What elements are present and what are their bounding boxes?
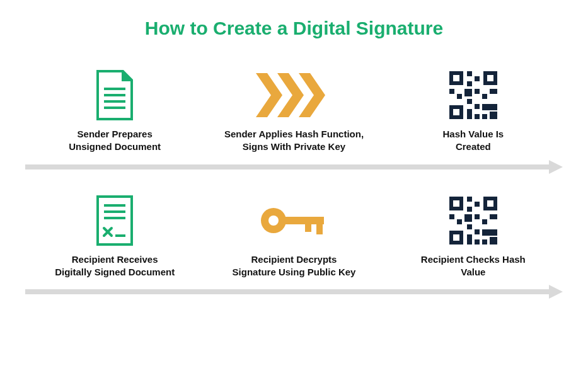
svg-rect-44 [487, 200, 493, 207]
svg-rect-10 [487, 75, 493, 81]
svg-rect-48 [475, 202, 480, 207]
svg-rect-53 [475, 214, 480, 219]
svg-rect-39 [305, 217, 311, 232]
svg-rect-8 [453, 75, 459, 81]
svg-rect-28 [482, 114, 487, 119]
step-recipient-receives: Recipient Receives Digitally Signed Docu… [25, 193, 204, 279]
step-hash-created: Hash Value Is Created [384, 67, 563, 154]
svg-rect-12 [453, 109, 459, 115]
step-sender-prepares: Sender Prepares Unsigned Document [25, 67, 204, 154]
document-unsigned-icon [94, 67, 135, 123]
svg-rect-54 [482, 219, 487, 224]
svg-rect-21 [490, 89, 497, 94]
svg-rect-60 [467, 234, 472, 244]
svg-rect-25 [490, 112, 497, 119]
svg-rect-47 [467, 197, 472, 202]
svg-rect-61 [475, 239, 480, 244]
step-label: Sender Applies Hash Function, Signs With… [224, 128, 364, 154]
qr-hash-icon [448, 193, 499, 248]
svg-rect-22 [467, 99, 472, 104]
svg-rect-58 [482, 229, 497, 236]
svg-rect-42 [453, 200, 459, 207]
step-decrypt: Recipient Decrypts Signature Using Publi… [204, 193, 383, 279]
qr-hash-icon [448, 67, 499, 123]
svg-rect-27 [475, 114, 480, 119]
svg-rect-50 [449, 214, 454, 219]
key-icon [256, 193, 331, 248]
step-apply-hash: Sender Applies Hash Function, Signs With… [204, 67, 383, 154]
step-check-hash: Recipient Checks Hash Value [384, 193, 563, 279]
svg-rect-62 [482, 239, 487, 244]
svg-rect-51 [457, 219, 462, 224]
chevrons-right-icon [256, 67, 331, 123]
svg-marker-4 [256, 73, 282, 117]
svg-rect-20 [482, 94, 487, 99]
svg-rect-13 [467, 71, 472, 76]
step-label: Recipient Decrypts Signature Using Publi… [233, 253, 356, 279]
step-label: Hash Value Is Created [442, 128, 504, 154]
svg-rect-14 [475, 76, 480, 81]
step-label: Sender Prepares Unsigned Document [69, 128, 161, 154]
step-label: Recipient Checks Hash Value [421, 253, 526, 279]
svg-rect-18 [464, 89, 472, 96]
svg-rect-17 [457, 94, 462, 99]
svg-point-37 [268, 216, 279, 226]
document-signed-icon [94, 193, 135, 248]
flow-row-2: Recipient Receives Digitally Signed Docu… [25, 193, 563, 279]
svg-rect-55 [490, 214, 497, 219]
svg-rect-24 [482, 104, 497, 110]
flow-arrow-2 [25, 287, 563, 296]
svg-rect-26 [467, 109, 472, 119]
page-title: How to Create a Digital Signature [25, 18, 563, 39]
svg-rect-15 [467, 81, 472, 86]
svg-rect-40 [316, 217, 323, 234]
flow-arrow-1 [25, 163, 563, 171]
svg-rect-57 [475, 229, 480, 234]
svg-rect-16 [449, 89, 454, 94]
svg-rect-46 [453, 234, 459, 241]
svg-rect-23 [475, 104, 480, 109]
svg-rect-29 [98, 197, 132, 244]
svg-rect-49 [467, 207, 472, 212]
svg-rect-19 [475, 89, 480, 94]
flow-row-1: Sender Prepares Unsigned Document Sender… [25, 67, 563, 154]
svg-rect-56 [467, 224, 472, 229]
svg-rect-52 [464, 214, 472, 222]
step-label: Recipient Receives Digitally Signed Docu… [55, 253, 175, 279]
svg-rect-59 [490, 237, 497, 244]
